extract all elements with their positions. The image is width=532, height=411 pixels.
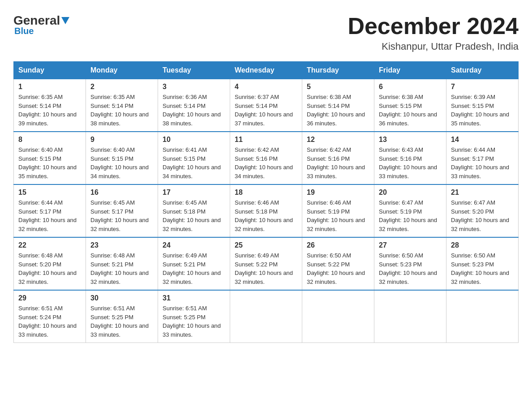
day-info: Sunrise: 6:39 AMSunset: 5:15 PMDaylight:… (451, 93, 514, 128)
day-info: Sunrise: 6:40 AMSunset: 5:15 PMDaylight:… (90, 146, 153, 180)
calendar-cell: 10Sunrise: 6:41 AMSunset: 5:15 PMDayligh… (158, 132, 230, 184)
day-info: Sunrise: 6:38 AMSunset: 5:14 PMDaylight:… (307, 93, 369, 128)
calendar-cell: 17Sunrise: 6:45 AMSunset: 5:18 PMDayligh… (158, 184, 230, 237)
calendar-cell: 8Sunrise: 6:40 AMSunset: 5:15 PMDaylight… (14, 132, 86, 184)
day-info: Sunrise: 6:41 AMSunset: 5:15 PMDaylight:… (163, 146, 225, 180)
day-number: 27 (379, 241, 442, 249)
day-number: 24 (163, 241, 225, 249)
day-number: 11 (235, 136, 297, 144)
calendar-cell: 3Sunrise: 6:36 AMSunset: 5:14 PMDaylight… (158, 79, 230, 132)
day-number: 2 (90, 83, 153, 91)
calendar-cell: 9Sunrise: 6:40 AMSunset: 5:15 PMDaylight… (86, 132, 158, 184)
logo-triangle-icon (61, 17, 69, 26)
header-tuesday: Tuesday (158, 62, 230, 79)
calendar-cell: 13Sunrise: 6:43 AMSunset: 5:16 PMDayligh… (374, 132, 446, 184)
calendar-cell: 30Sunrise: 6:51 AMSunset: 5:25 PMDayligh… (86, 290, 158, 343)
week-row-4: 22Sunrise: 6:48 AMSunset: 5:20 PMDayligh… (14, 237, 519, 290)
day-number: 5 (307, 83, 369, 91)
day-number: 19 (307, 188, 369, 197)
header-sunday: Sunday (14, 62, 86, 79)
calendar-body: 1Sunrise: 6:35 AMSunset: 5:14 PMDaylight… (14, 79, 519, 343)
day-number: 26 (307, 241, 369, 249)
day-info: Sunrise: 6:44 AMSunset: 5:17 PMDaylight:… (451, 146, 514, 180)
day-number: 12 (307, 136, 369, 144)
calendar-cell: 2Sunrise: 6:35 AMSunset: 5:14 PMDaylight… (86, 79, 158, 132)
day-number: 14 (451, 136, 514, 144)
day-number: 31 (163, 294, 225, 302)
day-number: 8 (18, 136, 81, 144)
day-number: 20 (379, 188, 442, 197)
day-number: 9 (90, 136, 153, 144)
logo-blue-text: Blue (13, 26, 34, 36)
header-friday: Friday (374, 62, 446, 79)
calendar-cell: 23Sunrise: 6:48 AMSunset: 5:21 PMDayligh… (86, 237, 158, 290)
day-number: 29 (18, 294, 81, 302)
day-info: Sunrise: 6:42 AMSunset: 5:16 PMDaylight:… (307, 146, 369, 180)
calendar-cell: 31Sunrise: 6:51 AMSunset: 5:25 PMDayligh… (158, 290, 230, 343)
day-number: 21 (451, 188, 514, 197)
calendar-cell (230, 290, 302, 343)
day-info: Sunrise: 6:40 AMSunset: 5:15 PMDaylight:… (18, 146, 81, 180)
week-row-2: 8Sunrise: 6:40 AMSunset: 5:15 PMDaylight… (14, 132, 519, 184)
month-year-title: December 2024 (348, 13, 519, 39)
calendar-cell: 6Sunrise: 6:38 AMSunset: 5:15 PMDaylight… (374, 79, 446, 132)
day-info: Sunrise: 6:43 AMSunset: 5:16 PMDaylight:… (379, 146, 442, 180)
calendar-cell: 5Sunrise: 6:38 AMSunset: 5:14 PMDaylight… (302, 79, 374, 132)
day-number: 15 (18, 188, 81, 197)
day-info: Sunrise: 6:51 AMSunset: 5:25 PMDaylight:… (163, 304, 225, 339)
header-saturday: Saturday (446, 62, 519, 79)
calendar-table: SundayMondayTuesdayWednesdayThursdayFrid… (13, 61, 519, 343)
calendar-cell: 29Sunrise: 6:51 AMSunset: 5:24 PMDayligh… (14, 290, 86, 343)
calendar-cell: 22Sunrise: 6:48 AMSunset: 5:20 PMDayligh… (14, 237, 86, 290)
day-number: 28 (451, 241, 514, 249)
day-number: 4 (235, 83, 297, 91)
calendar-cell (374, 290, 446, 343)
page-header: General Blue December 2024 Kishanpur, Ut… (13, 13, 519, 52)
svg-marker-0 (61, 17, 69, 24)
day-info: Sunrise: 6:51 AMSunset: 5:24 PMDaylight:… (18, 304, 81, 339)
calendar-cell (302, 290, 374, 343)
day-info: Sunrise: 6:46 AMSunset: 5:19 PMDaylight:… (307, 198, 369, 233)
day-info: Sunrise: 6:48 AMSunset: 5:20 PMDaylight:… (18, 251, 81, 286)
day-number: 6 (379, 83, 442, 91)
day-info: Sunrise: 6:47 AMSunset: 5:20 PMDaylight:… (451, 198, 514, 233)
day-info: Sunrise: 6:42 AMSunset: 5:16 PMDaylight:… (235, 146, 297, 180)
day-info: Sunrise: 6:35 AMSunset: 5:14 PMDaylight:… (90, 93, 153, 128)
calendar-cell: 24Sunrise: 6:49 AMSunset: 5:21 PMDayligh… (158, 237, 230, 290)
day-info: Sunrise: 6:46 AMSunset: 5:18 PMDaylight:… (235, 198, 297, 233)
day-info: Sunrise: 6:50 AMSunset: 5:23 PMDaylight:… (379, 251, 442, 286)
header-wednesday: Wednesday (230, 62, 302, 79)
day-info: Sunrise: 6:50 AMSunset: 5:23 PMDaylight:… (451, 251, 514, 286)
day-number: 1 (18, 83, 81, 91)
day-number: 3 (163, 83, 225, 91)
day-number: 18 (235, 188, 297, 197)
calendar-cell: 14Sunrise: 6:44 AMSunset: 5:17 PMDayligh… (446, 132, 519, 184)
calendar-cell: 4Sunrise: 6:37 AMSunset: 5:14 PMDaylight… (230, 79, 302, 132)
calendar-cell: 27Sunrise: 6:50 AMSunset: 5:23 PMDayligh… (374, 237, 446, 290)
day-info: Sunrise: 6:44 AMSunset: 5:17 PMDaylight:… (18, 198, 81, 233)
logo: General Blue (13, 13, 69, 36)
day-number: 16 (90, 188, 153, 197)
day-number: 10 (163, 136, 225, 144)
calendar-cell: 28Sunrise: 6:50 AMSunset: 5:23 PMDayligh… (446, 237, 519, 290)
calendar-cell: 11Sunrise: 6:42 AMSunset: 5:16 PMDayligh… (230, 132, 302, 184)
calendar-header: SundayMondayTuesdayWednesdayThursdayFrid… (14, 62, 519, 79)
header-monday: Monday (86, 62, 158, 79)
day-number: 7 (451, 83, 514, 91)
calendar-cell: 20Sunrise: 6:47 AMSunset: 5:19 PMDayligh… (374, 184, 446, 237)
day-info: Sunrise: 6:48 AMSunset: 5:21 PMDaylight:… (90, 251, 153, 286)
day-number: 23 (90, 241, 153, 249)
location-subtitle: Kishanpur, Uttar Pradesh, India (348, 41, 519, 52)
day-info: Sunrise: 6:36 AMSunset: 5:14 PMDaylight:… (163, 93, 225, 128)
week-row-1: 1Sunrise: 6:35 AMSunset: 5:14 PMDaylight… (14, 79, 519, 132)
calendar-cell: 19Sunrise: 6:46 AMSunset: 5:19 PMDayligh… (302, 184, 374, 237)
day-number: 22 (18, 241, 81, 249)
day-info: Sunrise: 6:45 AMSunset: 5:18 PMDaylight:… (163, 198, 225, 233)
header-thursday: Thursday (302, 62, 374, 79)
day-info: Sunrise: 6:49 AMSunset: 5:22 PMDaylight:… (235, 251, 297, 286)
calendar-cell: 16Sunrise: 6:45 AMSunset: 5:17 PMDayligh… (86, 184, 158, 237)
day-info: Sunrise: 6:45 AMSunset: 5:17 PMDaylight:… (90, 198, 153, 233)
day-info: Sunrise: 6:37 AMSunset: 5:14 PMDaylight:… (235, 93, 297, 128)
calendar-cell: 18Sunrise: 6:46 AMSunset: 5:18 PMDayligh… (230, 184, 302, 237)
calendar-cell: 7Sunrise: 6:39 AMSunset: 5:15 PMDaylight… (446, 79, 519, 132)
